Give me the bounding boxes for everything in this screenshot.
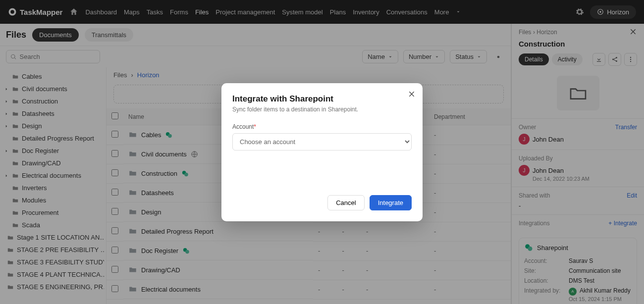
modal-subtitle: Sync folder items to a destination in Sh… (232, 106, 412, 113)
account-select[interactable]: Choose an account (232, 133, 412, 151)
integrate-modal: Integrate with Sharepoint Sync folder it… (221, 83, 423, 221)
integrate-button[interactable]: Integrate (370, 195, 412, 210)
account-label: Account* (232, 123, 256, 130)
modal-overlay[interactable]: Integrate with Sharepoint Sync folder it… (0, 0, 644, 304)
cancel-button[interactable]: Cancel (327, 195, 364, 210)
modal-title: Integrate with Sharepoint (232, 94, 412, 104)
close-icon[interactable] (408, 90, 416, 98)
